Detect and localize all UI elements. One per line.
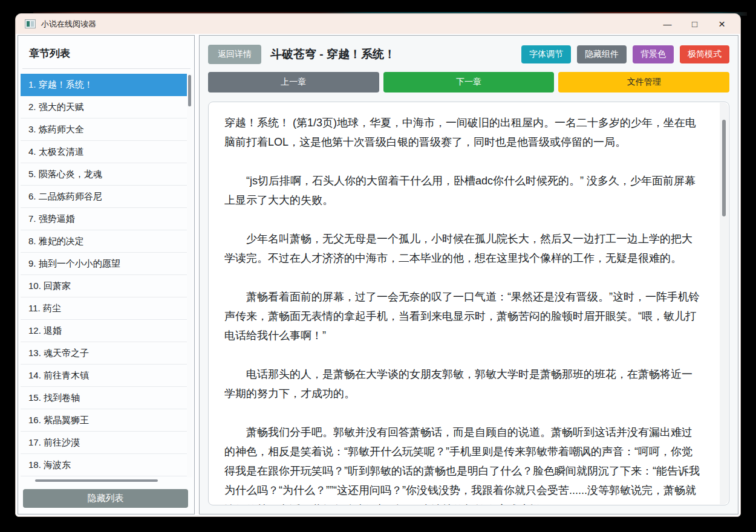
chapter-list-wrap: 1. 穿越！系统！2. 强大的天赋3. 炼药师大全4. 太极玄清道5. 陨落心炎… <box>21 74 192 478</box>
chapter-list-horizontal-scrollbar[interactable] <box>22 478 186 484</box>
vertical-scroll-thumb[interactable] <box>188 75 191 106</box>
file-manager-button[interactable]: 文件管理 <box>558 72 729 92</box>
chapter-item[interactable]: 13. 魂天帝之子 <box>21 342 187 365</box>
chapter-sidebar: 章节列表 1. 穿越！系统！2. 强大的天赋3. 炼药师大全4. 太极玄清道5.… <box>18 35 195 514</box>
reading-area: 穿越！系统！ (第1/3页)地球，华夏，中海市，一间破旧的出租屋内。一名二十多岁… <box>208 102 729 505</box>
sidebar-divider <box>22 68 191 69</box>
chapter-list: 1. 穿越！系统！2. 强大的天赋3. 炼药师大全4. 太极玄清道5. 陨落心炎… <box>21 74 187 478</box>
reader-scroll-thumb[interactable] <box>722 120 726 216</box>
novel-paragraph: “js切后排啊，石头人你的大留着干什么用，卧槽adc你什么时候死的。” 没多久，… <box>224 171 702 210</box>
reader-scrollbar[interactable] <box>720 103 728 504</box>
titlebar: 小说在线阅读器 — □ × <box>16 14 740 34</box>
chapter-item[interactable]: 14. 前往青木镇 <box>21 365 187 387</box>
back-to-details-button[interactable]: 返回详情 <box>208 45 261 64</box>
chapter-item[interactable]: 2. 强大的天赋 <box>21 96 187 118</box>
maximize-button[interactable]: □ <box>681 15 708 33</box>
chapter-item[interactable]: 12. 退婚 <box>21 320 187 342</box>
novel-paragraph: 萧畅我们分手吧。郭敏并没有回答萧畅话，而是自顾自的说道。萧畅听到这话并没有漏出难… <box>224 423 702 505</box>
hide-components-button[interactable]: 隐藏组件 <box>577 45 627 63</box>
chapter-item[interactable]: 11. 药尘 <box>21 297 187 320</box>
window-controls: — □ × <box>654 15 735 33</box>
window-title: 小说在线阅读器 <box>41 19 96 30</box>
chapter-list-vertical-scrollbar[interactable] <box>187 74 192 478</box>
app-icon <box>25 19 36 28</box>
chapter-item[interactable]: 1. 穿越！系统！ <box>21 74 187 96</box>
minimize-button[interactable]: — <box>654 15 681 33</box>
reader-panel: 返回详情 斗破苍穹 - 穿越！系统！ 字体调节隐藏组件背景色极简模式 上一章 下… <box>199 35 738 514</box>
prev-chapter-button[interactable]: 上一章 <box>208 72 379 92</box>
book-chapter-title: 斗破苍穹 - 穿越！系统！ <box>270 47 396 62</box>
hide-list-button[interactable]: 隐藏列表 <box>23 489 188 508</box>
next-chapter-button[interactable]: 下一章 <box>383 72 555 92</box>
chapter-item[interactable]: 6. 二品炼药师谷尼 <box>21 186 187 208</box>
reader-header: 返回详情 斗破苍穹 - 穿越！系统！ 字体调节隐藏组件背景色极简模式 <box>208 45 729 64</box>
chapter-item[interactable]: 17. 前往沙漠 <box>21 432 187 454</box>
novel-paragraph: 少年名叫萧畅，无父无母是一个孤儿，小时候在孤儿院长大，然后又一边打工一边上学的把… <box>224 229 702 268</box>
chapter-list-title: 章节列表 <box>29 47 186 60</box>
chapter-item[interactable]: 18. 海波东 <box>21 454 187 476</box>
app-window: 小说在线阅读器 — □ × 章节列表 1. 穿越！系统！2. 强大的天赋3. 炼… <box>15 13 741 517</box>
horizontal-scroll-thumb[interactable] <box>35 479 158 482</box>
chapter-item[interactable]: 10. 回萧家 <box>21 275 187 297</box>
background-color-button[interactable]: 背景色 <box>633 45 674 63</box>
minimal-mode-button[interactable]: 极简模式 <box>680 45 729 63</box>
chapter-item[interactable]: 16. 紫晶翼狮王 <box>21 409 187 432</box>
reader-text: 穿越！系统！ (第1/3页)地球，华夏，中海市，一间破旧的出租屋内。一名二十多岁… <box>209 102 719 505</box>
chapter-item[interactable]: 3. 炼药师大全 <box>21 118 187 141</box>
novel-paragraph: 萧畅看着面前的屏幕，过了一会无奈的叹了一口气道：“果然还是没有晋级。”这时，一阵… <box>224 287 702 345</box>
header-actions: 字体调节隐藏组件背景色极简模式 <box>521 45 729 63</box>
chapter-item[interactable]: 7. 强势逼婚 <box>21 208 187 230</box>
window-content: 章节列表 1. 穿越！系统！2. 强大的天赋3. 炼药师大全4. 太极玄清道5.… <box>16 34 740 516</box>
chapter-nav: 上一章 下一章 文件管理 <box>208 72 729 92</box>
close-button[interactable]: × <box>708 15 735 33</box>
chapter-item[interactable]: 8. 雅妃的决定 <box>21 230 187 253</box>
chapter-item[interactable]: 9. 抽到一个小小的愿望 <box>21 253 187 275</box>
chapter-item[interactable]: 4. 太极玄清道 <box>21 141 187 163</box>
novel-paragraph: 电话那头的人，是萧畅在大学谈的女朋友郭敏，郭敏大学时是萧畅那班的班花，在萧畅将近… <box>224 365 702 403</box>
chapter-item[interactable]: 15. 找到卷轴 <box>21 387 187 409</box>
font-adjust-button[interactable]: 字体调节 <box>521 45 571 63</box>
chapter-item[interactable]: 5. 陨落心炎，龙魂 <box>21 163 187 186</box>
novel-paragraph: 穿越！系统！ (第1/3页)地球，华夏，中海市，一间破旧的出租屋内。一名二十多岁… <box>224 113 702 152</box>
